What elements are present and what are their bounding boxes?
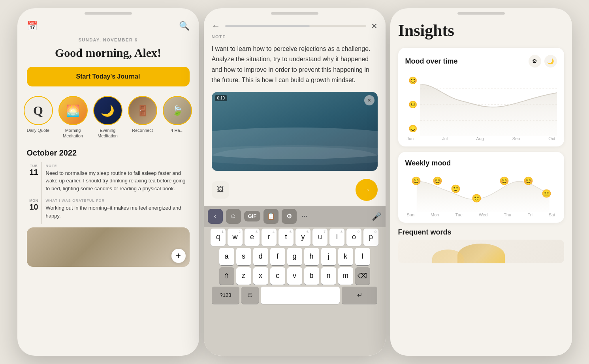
key-v[interactable]: v — [287, 267, 302, 285]
key-u[interactable]: 7u — [312, 229, 327, 246]
mood-x-labels: Jun Jul Aug Sep Oct — [405, 136, 557, 141]
key-d[interactable]: d — [253, 248, 268, 265]
circle-evening-meditation[interactable]: 🌙 Evening Meditation — [93, 96, 122, 139]
circle-image-morning: 🌅 — [58, 96, 88, 125]
x-label-sep: Sep — [512, 136, 520, 141]
keyboard-mic-icon[interactable]: 🎤 — [372, 212, 382, 221]
mood-card-header: Mood over time ⚙ 🌙 — [405, 55, 557, 68]
keyboard-emoji-tool[interactable]: ☺ — [226, 209, 241, 224]
keyboard-settings-tool[interactable]: ⚙ — [282, 209, 297, 224]
key-l[interactable]: l — [355, 248, 370, 265]
key-y[interactable]: 6y — [295, 229, 310, 246]
circle-image-reconnect: 🚪 — [128, 96, 157, 125]
door-icon: 🚪 — [136, 105, 149, 117]
key-x[interactable]: x — [253, 267, 268, 285]
entry-tag-label: NOTE — [204, 34, 386, 42]
key-o[interactable]: 9o — [346, 229, 361, 246]
frequent-words-section: Frequent words — [398, 228, 564, 263]
key-shift[interactable]: ⇧ — [219, 267, 234, 285]
key-n[interactable]: n — [321, 267, 336, 285]
key-h[interactable]: h — [304, 248, 319, 265]
keyboard-clipboard-tool[interactable]: 📋 — [263, 209, 279, 224]
keyboard-toolbar: ‹ ☺ GIF 📋 ⚙ ··· 🎤 — [204, 206, 386, 227]
circle-morning-meditation[interactable]: 🌅 Morning Meditation — [58, 96, 88, 139]
image-attach-button[interactable]: 🖼 — [212, 181, 229, 199]
video-close-button[interactable]: ✕ — [364, 95, 374, 105]
circle-label-reconnect: Reconnect — [132, 128, 153, 133]
moon-icon: 🌙 — [101, 104, 115, 117]
app-wrapper: 📅 🔍 SUNDAY, NOVEMBER 6 Good morning, Ale… — [0, 0, 589, 364]
start-journal-button[interactable]: Start Today's Journal — [27, 67, 190, 86]
weekly-emoji-mon: 😊 — [433, 176, 442, 186]
key-emoji[interactable]: ☺ — [241, 287, 259, 304]
weekly-card-title: Weekly mood — [405, 159, 451, 167]
frequent-words-chart — [398, 240, 564, 263]
close-button[interactable]: ✕ — [371, 21, 378, 31]
key-a[interactable]: a — [219, 248, 234, 265]
keyboard-back-tool[interactable]: ‹ — [208, 209, 223, 224]
key-space[interactable] — [261, 287, 340, 304]
key-i[interactable]: 8i — [329, 229, 344, 246]
note-text-content[interactable]: I want to learn how to perceive rejectio… — [204, 42, 386, 92]
sunrise-icon: 🌅 — [66, 104, 80, 117]
key-r[interactable]: 4r — [262, 229, 277, 246]
weekly-emoji-thu: 😊 — [499, 176, 509, 186]
key-m[interactable]: m — [338, 267, 353, 285]
key-f[interactable]: f — [270, 248, 285, 265]
circle-daily-quote[interactable]: Q Daily Quote — [24, 96, 53, 139]
calendar-icon[interactable]: 📅 — [27, 21, 38, 31]
insights-title: Insights — [398, 21, 564, 40]
key-q[interactable]: 1q — [211, 229, 226, 246]
search-icon[interactable]: 🔍 — [179, 21, 190, 31]
weekly-emoji-tue: 🙂 — [451, 184, 461, 193]
key-c[interactable]: c — [270, 267, 285, 285]
key-b[interactable]: b — [304, 267, 319, 285]
circle-label-morning: Morning Meditation — [58, 128, 88, 139]
key-backspace[interactable]: ⌫ — [355, 267, 370, 285]
keyboard-row-3: ⇧ z x c v b n m ⌫ — [205, 267, 384, 285]
keyboard-gif-button[interactable]: GIF — [244, 211, 261, 221]
send-button[interactable]: → — [356, 179, 378, 201]
key-t[interactable]: 5t — [279, 229, 294, 246]
key-j[interactable]: j — [321, 248, 336, 265]
activity-circles: Q Daily Quote 🌅 Morning Meditation 🌙 Eve… — [17, 96, 199, 145]
entry-date-mon: MON 10 — [27, 199, 41, 220]
key-return[interactable]: ↵ — [342, 287, 377, 304]
add-entry-button[interactable]: + — [171, 249, 186, 263]
key-p[interactable]: 0p — [363, 229, 378, 246]
x-label-oct: Oct — [548, 136, 555, 141]
mood-theme-button[interactable]: 🌙 — [544, 55, 557, 68]
entry-content-mon: WHAT I WAS GRATEFUL FOR Working out in t… — [46, 199, 190, 220]
key-s[interactable]: s — [236, 248, 251, 265]
x-label-jun: Jun — [407, 136, 414, 141]
key-k[interactable]: k — [338, 248, 353, 265]
video-attachment: 0:10 ✕ — [212, 92, 378, 171]
mood-card-controls: ⚙ 🌙 — [529, 55, 557, 68]
keyboard-row-1: 1q 2w 3e 4r 5t 6y 7u 8i 9o 0p — [205, 229, 384, 246]
back-button[interactable]: ← — [212, 21, 220, 31]
screen-note-editor: ← ✕ NOTE I want to learn how to perceive… — [204, 8, 386, 356]
q-icon: Q — [33, 103, 43, 118]
emoji-neutral: 😐 — [408, 100, 417, 109]
video-timestamp: 0:10 — [215, 95, 227, 101]
key-e[interactable]: 3e — [245, 229, 260, 246]
frequent-words-title: Frequent words — [398, 228, 564, 236]
weekly-label-thu: Thu — [504, 212, 511, 217]
circle-partial[interactable]: 🍃 4 Ha... — [163, 96, 192, 139]
weekly-emoji-sat: 😐 — [542, 189, 551, 198]
key-g[interactable]: g — [287, 248, 302, 265]
weekly-emoji-sun: 😊 — [411, 176, 421, 186]
circle-label-partial: 4 Ha... — [171, 128, 183, 133]
key-z[interactable]: z — [236, 267, 251, 285]
screen-home: 📅 🔍 SUNDAY, NOVEMBER 6 Good morning, Ale… — [17, 8, 199, 356]
key-w[interactable]: 2w — [228, 229, 243, 246]
keyboard-more-icon: ··· — [301, 212, 307, 220]
home-topbar: 📅 🔍 — [17, 15, 199, 34]
weekly-x-labels: Sun Mon Tue Wed Thu Fri Sat — [405, 212, 557, 217]
key-123[interactable]: ?123 — [212, 287, 239, 304]
mood-y-axis: 😊 😐 😞 — [405, 73, 420, 136]
entry-content-tue: NOTE Need to normalise my sleep routine … — [46, 164, 190, 193]
circle-reconnect[interactable]: 🚪 Reconnect — [128, 96, 157, 139]
journal-image-card: + — [27, 227, 190, 267]
mood-settings-button[interactable]: ⚙ — [529, 55, 541, 68]
